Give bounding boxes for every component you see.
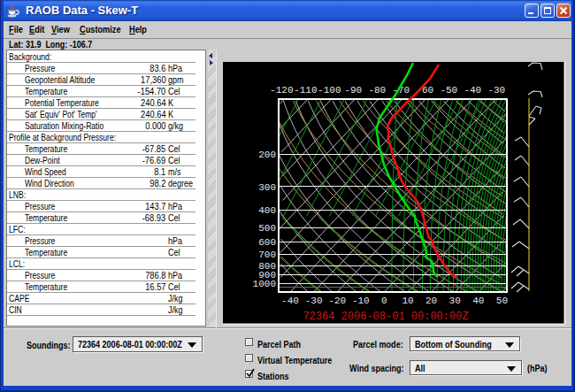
svg-text:700: 700 xyxy=(258,250,276,260)
svg-text:400: 400 xyxy=(258,205,276,216)
svg-text:-40: -40 xyxy=(464,85,481,96)
svg-text:40: 40 xyxy=(472,296,484,306)
svg-text:200: 200 xyxy=(258,150,276,160)
svg-text:-100: -100 xyxy=(318,85,341,96)
svg-text:-50: -50 xyxy=(440,85,457,96)
svg-text:0: 0 xyxy=(381,296,387,306)
svg-text:300: 300 xyxy=(258,182,276,193)
svg-text:-80: -80 xyxy=(368,85,386,96)
svg-text:1000: 1000 xyxy=(253,279,276,289)
svg-text:30: 30 xyxy=(449,296,461,306)
svg-text:-30: -30 xyxy=(305,296,323,306)
svg-text:-90: -90 xyxy=(344,85,362,96)
svg-text:-20: -20 xyxy=(328,296,346,306)
svg-text:600: 600 xyxy=(258,237,276,248)
svg-text:-120: -120 xyxy=(270,85,293,96)
svg-text:20: 20 xyxy=(426,296,437,306)
svg-text:-40: -40 xyxy=(281,296,299,306)
svg-text:500: 500 xyxy=(258,223,276,234)
svg-text:50: 50 xyxy=(496,296,508,306)
svg-text:-10: -10 xyxy=(352,296,370,306)
svg-text:10: 10 xyxy=(402,296,413,306)
svg-text:-110: -110 xyxy=(294,85,317,96)
svg-text:72364 2006-08-01 00:00:00Z: 72364 2006-08-01 00:00:00Z xyxy=(303,311,468,323)
svg-text:-30: -30 xyxy=(487,85,505,96)
